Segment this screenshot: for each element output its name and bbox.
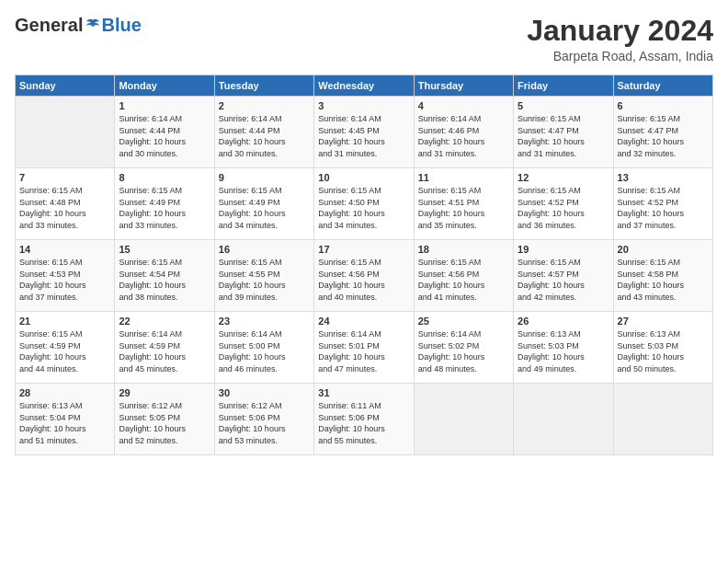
day-info: Sunrise: 6:14 AM Sunset: 4:44 PM Dayligh… — [119, 113, 210, 159]
calendar-cell: 30Sunrise: 6:12 AM Sunset: 5:06 PM Dayli… — [214, 384, 313, 455]
day-info: Sunrise: 6:12 AM Sunset: 5:06 PM Dayligh… — [219, 400, 310, 446]
day-number: 23 — [219, 316, 310, 327]
day-info: Sunrise: 6:15 AM Sunset: 4:47 PM Dayligh… — [518, 113, 609, 159]
day-info: Sunrise: 6:14 AM Sunset: 5:02 PM Dayligh… — [418, 328, 509, 374]
calendar-cell: 2Sunrise: 6:14 AM Sunset: 4:44 PM Daylig… — [214, 97, 313, 168]
day-info: Sunrise: 6:14 AM Sunset: 4:44 PM Dayligh… — [219, 113, 310, 159]
page-header: General Blue January 2024 Barpeta Road, … — [15, 15, 713, 63]
day-info: Sunrise: 6:14 AM Sunset: 4:59 PM Dayligh… — [119, 328, 210, 374]
day-number: 13 — [618, 172, 709, 183]
day-number: 20 — [618, 244, 709, 255]
day-info: Sunrise: 6:15 AM Sunset: 4:55 PM Dayligh… — [219, 257, 310, 303]
calendar-cell: 22Sunrise: 6:14 AM Sunset: 4:59 PM Dayli… — [115, 312, 214, 384]
calendar-cell: 27Sunrise: 6:13 AM Sunset: 5:03 PM Dayli… — [613, 312, 712, 384]
day-info: Sunrise: 6:15 AM Sunset: 4:53 PM Dayligh… — [19, 257, 110, 303]
calendar-cell: 29Sunrise: 6:12 AM Sunset: 5:05 PM Dayli… — [115, 384, 214, 455]
day-info: Sunrise: 6:13 AM Sunset: 5:03 PM Dayligh… — [518, 328, 609, 374]
calendar-week-row: 14Sunrise: 6:15 AM Sunset: 4:53 PM Dayli… — [16, 240, 713, 312]
column-header-monday: Monday — [115, 75, 214, 97]
day-number: 19 — [518, 244, 609, 255]
calendar-header-row: SundayMondayTuesdayWednesdayThursdayFrid… — [16, 75, 713, 97]
calendar-cell: 3Sunrise: 6:14 AM Sunset: 4:45 PM Daylig… — [314, 97, 414, 168]
day-info: Sunrise: 6:15 AM Sunset: 4:50 PM Dayligh… — [318, 185, 409, 231]
day-number: 22 — [119, 316, 210, 327]
calendar-week-row: 7Sunrise: 6:15 AM Sunset: 4:48 PM Daylig… — [16, 168, 713, 240]
column-header-sunday: Sunday — [16, 75, 115, 97]
day-info: Sunrise: 6:15 AM Sunset: 4:54 PM Dayligh… — [119, 257, 210, 303]
calendar-cell: 11Sunrise: 6:15 AM Sunset: 4:51 PM Dayli… — [414, 168, 513, 240]
column-header-wednesday: Wednesday — [314, 75, 414, 97]
column-header-tuesday: Tuesday — [214, 75, 313, 97]
day-number: 24 — [318, 316, 409, 327]
calendar-cell: 19Sunrise: 6:15 AM Sunset: 4:57 PM Dayli… — [514, 240, 613, 312]
day-info: Sunrise: 6:15 AM Sunset: 4:58 PM Dayligh… — [618, 257, 709, 303]
day-info: Sunrise: 6:14 AM Sunset: 5:01 PM Dayligh… — [318, 328, 409, 374]
day-info: Sunrise: 6:12 AM Sunset: 5:05 PM Dayligh… — [119, 400, 210, 446]
day-number: 5 — [518, 100, 609, 111]
day-number: 1 — [119, 100, 210, 111]
month-title: January 2024 — [527, 15, 713, 47]
day-info: Sunrise: 6:15 AM Sunset: 4:52 PM Dayligh… — [518, 185, 609, 231]
day-info: Sunrise: 6:15 AM Sunset: 4:48 PM Dayligh… — [19, 185, 110, 231]
day-number: 8 — [119, 172, 210, 183]
calendar-cell: 4Sunrise: 6:14 AM Sunset: 4:46 PM Daylig… — [414, 97, 513, 168]
day-info: Sunrise: 6:13 AM Sunset: 5:03 PM Dayligh… — [618, 328, 709, 374]
calendar-cell: 12Sunrise: 6:15 AM Sunset: 4:52 PM Dayli… — [514, 168, 613, 240]
day-number: 4 — [418, 100, 509, 111]
calendar-cell: 6Sunrise: 6:15 AM Sunset: 4:47 PM Daylig… — [613, 97, 712, 168]
day-number: 17 — [318, 244, 409, 255]
calendar-cell: 25Sunrise: 6:14 AM Sunset: 5:02 PM Dayli… — [414, 312, 513, 384]
column-header-thursday: Thursday — [414, 75, 513, 97]
column-header-saturday: Saturday — [613, 75, 712, 97]
calendar-week-row: 28Sunrise: 6:13 AM Sunset: 5:04 PM Dayli… — [16, 384, 713, 455]
calendar-cell: 14Sunrise: 6:15 AM Sunset: 4:53 PM Dayli… — [16, 240, 115, 312]
calendar-cell: 9Sunrise: 6:15 AM Sunset: 4:49 PM Daylig… — [214, 168, 313, 240]
day-info: Sunrise: 6:15 AM Sunset: 4:47 PM Dayligh… — [618, 113, 709, 159]
day-number: 31 — [318, 387, 409, 398]
day-number: 21 — [19, 316, 110, 327]
day-number: 29 — [119, 387, 210, 398]
calendar-cell: 17Sunrise: 6:15 AM Sunset: 4:56 PM Dayli… — [314, 240, 414, 312]
calendar-cell: 16Sunrise: 6:15 AM Sunset: 4:55 PM Dayli… — [214, 240, 313, 312]
calendar-cell: 28Sunrise: 6:13 AM Sunset: 5:04 PM Dayli… — [16, 384, 115, 455]
calendar-cell: 24Sunrise: 6:14 AM Sunset: 5:01 PM Dayli… — [314, 312, 414, 384]
day-number: 3 — [318, 100, 409, 111]
day-number: 11 — [418, 172, 509, 183]
day-info: Sunrise: 6:15 AM Sunset: 4:51 PM Dayligh… — [418, 185, 509, 231]
day-number: 28 — [19, 387, 110, 398]
day-number: 9 — [219, 172, 310, 183]
calendar-cell: 26Sunrise: 6:13 AM Sunset: 5:03 PM Dayli… — [514, 312, 613, 384]
day-number: 2 — [219, 100, 310, 111]
day-info: Sunrise: 6:15 AM Sunset: 4:59 PM Dayligh… — [19, 328, 110, 374]
calendar-cell: 5Sunrise: 6:15 AM Sunset: 4:47 PM Daylig… — [514, 97, 613, 168]
day-info: Sunrise: 6:14 AM Sunset: 4:46 PM Dayligh… — [418, 113, 509, 159]
day-info: Sunrise: 6:14 AM Sunset: 4:45 PM Dayligh… — [318, 113, 409, 159]
logo: General Blue — [15, 15, 142, 36]
logo-blue-text: Blue — [101, 15, 141, 36]
calendar-cell — [16, 97, 115, 168]
day-number: 6 — [618, 100, 709, 111]
day-info: Sunrise: 6:15 AM Sunset: 4:56 PM Dayligh… — [318, 257, 409, 303]
day-info: Sunrise: 6:15 AM Sunset: 4:49 PM Dayligh… — [219, 185, 310, 231]
logo-general-text: General — [15, 15, 83, 36]
day-number: 12 — [518, 172, 609, 183]
calendar-cell — [514, 384, 613, 455]
day-info: Sunrise: 6:15 AM Sunset: 4:49 PM Dayligh… — [119, 185, 210, 231]
calendar-cell: 1Sunrise: 6:14 AM Sunset: 4:44 PM Daylig… — [115, 97, 214, 168]
day-number: 15 — [119, 244, 210, 255]
day-info: Sunrise: 6:11 AM Sunset: 5:06 PM Dayligh… — [318, 400, 409, 446]
calendar-cell: 13Sunrise: 6:15 AM Sunset: 4:52 PM Dayli… — [613, 168, 712, 240]
column-header-friday: Friday — [514, 75, 613, 97]
calendar-cell — [613, 384, 712, 455]
day-number: 30 — [219, 387, 310, 398]
calendar-cell: 31Sunrise: 6:11 AM Sunset: 5:06 PM Dayli… — [314, 384, 414, 455]
day-info: Sunrise: 6:13 AM Sunset: 5:04 PM Dayligh… — [19, 400, 110, 446]
day-info: Sunrise: 6:14 AM Sunset: 5:00 PM Dayligh… — [219, 328, 310, 374]
calendar-week-row: 21Sunrise: 6:15 AM Sunset: 4:59 PM Dayli… — [16, 312, 713, 384]
page-container: General Blue January 2024 Barpeta Road, … — [0, 0, 728, 465]
calendar-week-row: 1Sunrise: 6:14 AM Sunset: 4:44 PM Daylig… — [16, 97, 713, 168]
calendar-cell: 8Sunrise: 6:15 AM Sunset: 4:49 PM Daylig… — [115, 168, 214, 240]
day-info: Sunrise: 6:15 AM Sunset: 4:52 PM Dayligh… — [618, 185, 709, 231]
day-number: 18 — [418, 244, 509, 255]
day-number: 14 — [19, 244, 110, 255]
